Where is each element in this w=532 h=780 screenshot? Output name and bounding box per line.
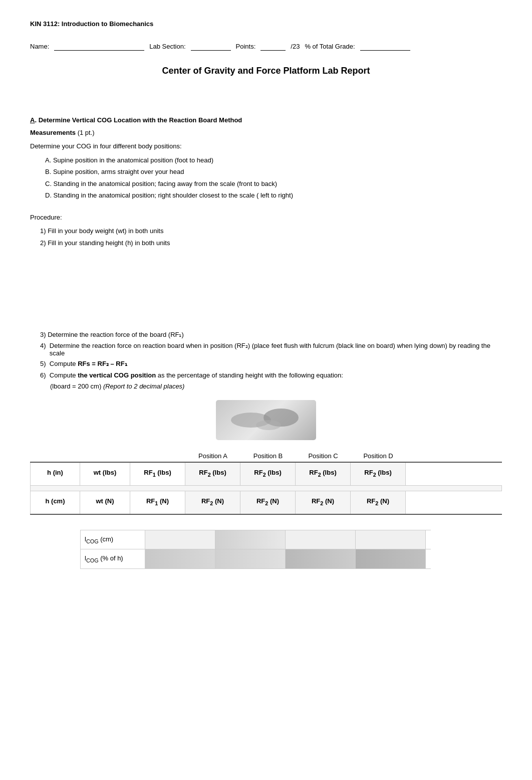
procedure-6-label: the vertical COG position xyxy=(78,371,156,379)
header-fields: Name: Lab Section: Points: /23 % of Tota… xyxy=(30,43,502,51)
position-b: B. Supine position, arms straight over y… xyxy=(45,167,502,177)
lab-input[interactable] xyxy=(191,43,231,51)
grade-input[interactable] xyxy=(360,43,410,51)
lcog-cm-c[interactable] xyxy=(286,530,356,549)
row-spacer-2 xyxy=(30,515,502,520)
grade-label: % of Total Grade: xyxy=(305,43,355,50)
name-input[interactable] xyxy=(54,43,144,51)
section-a-period: . xyxy=(35,116,38,124)
measurements-label: Measurements xyxy=(30,129,76,136)
position-c: C. Standing in the anatomical position; … xyxy=(45,179,502,189)
lower-row-pct: lCOG (% of h) xyxy=(80,549,431,569)
procedure-2: 2) Fill in your standing height (h) in b… xyxy=(40,238,502,248)
lower-table: lCOG (cm) lCOG (% of h) xyxy=(80,530,431,569)
lcog-cm-a[interactable] xyxy=(145,530,215,549)
equation-svg xyxy=(221,403,311,438)
measurements-line: Measurements (1 pt.) xyxy=(30,129,502,136)
lcog-pct-a[interactable] xyxy=(145,549,215,568)
pos-d-header: Position D xyxy=(351,450,406,462)
empty-col-1 xyxy=(30,450,80,462)
lcog-pct-label: lCOG (% of h) xyxy=(80,549,145,568)
table-row-n: h (cm) wt (N) RF1 (N) RF2 (N) RF2 (N) RF… xyxy=(30,491,502,515)
cell-wt-n: wt (N) xyxy=(80,491,130,514)
section-a-letter: A xyxy=(30,116,35,124)
table-row-lbs: h (in) wt (lbs) RF1 (lbs) RF2 (lbs) RF2 … xyxy=(30,462,502,486)
procedure-1: 1) Fill in your body weight (wt) in both… xyxy=(40,226,502,236)
lcog-cm-d[interactable] xyxy=(356,530,426,549)
cell-rf2-n-a[interactable]: RF2 (N) xyxy=(185,491,240,514)
procedure-6-num: 6) Compute xyxy=(40,371,78,379)
cell-h-cm: h (cm) xyxy=(30,491,80,514)
eq-italic: (Report to 2 decimal places) xyxy=(103,382,185,390)
position-a: A. Supine position in the anatomical pos… xyxy=(45,155,502,165)
lcog-cm-label: lCOG (cm) xyxy=(80,530,145,549)
cell-rf2-lbs-a[interactable]: RF2 (lbs) xyxy=(185,463,240,485)
empty-col-3 xyxy=(130,450,185,462)
procedure-6-eq: (lboard = 200 cm) (Report to 2 decimal p… xyxy=(50,382,502,390)
pos-a-header: Position A xyxy=(185,450,240,462)
cell-rf1-lbs: RF1 (lbs) xyxy=(130,463,185,485)
points-input[interactable] xyxy=(260,43,286,51)
cell-rf2-n-c[interactable]: RF2 (N) xyxy=(296,491,351,514)
lcog-pct-d[interactable] xyxy=(356,549,426,568)
position-header-row: Position A Position B Position C Positio… xyxy=(30,450,502,462)
cell-rf2-n-b[interactable]: RF2 (N) xyxy=(240,491,296,514)
procedure-3: 3) Determine the reaction force of the b… xyxy=(40,330,502,340)
lab-label: Lab Section: xyxy=(149,43,185,50)
procedure-label: Procedure: xyxy=(30,213,502,223)
eq-note: (lboard = 200 cm) xyxy=(50,382,101,390)
procedure-6-wrap: 6) Compute the vertical COG position as … xyxy=(40,370,502,380)
lcog-cm-b[interactable] xyxy=(215,530,286,549)
pos-c-header: Position C xyxy=(296,450,351,462)
lcog-pct-c[interactable] xyxy=(286,549,356,568)
lcog-pct-b[interactable] xyxy=(215,549,286,568)
cell-rf2-lbs-d[interactable]: RF2 (lbs) xyxy=(351,463,406,485)
points-slash: /23 xyxy=(291,43,300,50)
equation-image xyxy=(216,400,316,440)
name-label: Name: xyxy=(30,43,49,50)
equation-image-area xyxy=(30,400,502,440)
intro-text: Determine your COG in four different bod… xyxy=(30,141,502,151)
cell-rf1-n: RF1 (N) xyxy=(130,491,185,514)
procedure-4-num: 4) xyxy=(40,342,50,357)
lower-row-cm: lCOG (cm) xyxy=(80,530,431,549)
cell-h-in: h (in) xyxy=(30,463,80,485)
data-table: Position A Position B Position C Positio… xyxy=(30,450,502,520)
course-title: KIN 3112: Introduction to Biomechanics xyxy=(30,20,502,28)
cell-rf2-lbs-c[interactable]: RF2 (lbs) xyxy=(296,463,351,485)
procedure-5-wrap: 5) Compute RFs = RF₂ – RF₁ xyxy=(40,359,502,369)
section-a-title: Determine Vertical COG Location with the… xyxy=(39,116,242,124)
svg-point-2 xyxy=(256,420,281,430)
procedure-5-formula: RFs = RF₂ – RF₁ xyxy=(78,360,127,367)
procedure-4-text: Determine the reaction force on reaction… xyxy=(50,342,502,357)
section-a-header: A. Determine Vertical COG Location with … xyxy=(30,116,502,124)
points-label: Points: xyxy=(236,43,256,50)
measurements-pts-text: (1 pt.) xyxy=(78,129,95,136)
pos-b-header: Position B xyxy=(240,450,296,462)
row-spacer-1 xyxy=(30,486,502,491)
cell-rf2-lbs-b[interactable]: RF2 (lbs) xyxy=(240,463,296,485)
empty-col-2 xyxy=(80,450,130,462)
cell-rf2-n-d[interactable]: RF2 (N) xyxy=(351,491,406,514)
position-d: D. Standing in the anatomical position; … xyxy=(45,190,502,201)
procedure-4-wrap: 4) Determine the reaction force on react… xyxy=(40,342,502,357)
cell-wt-lbs: wt (lbs) xyxy=(80,463,130,485)
procedure-5-num: 5) Compute xyxy=(40,360,78,367)
main-title: Center of Gravity and Force Platform Lab… xyxy=(30,66,502,76)
procedure-6-suffix: as the percentage of standing height wit… xyxy=(156,371,343,379)
